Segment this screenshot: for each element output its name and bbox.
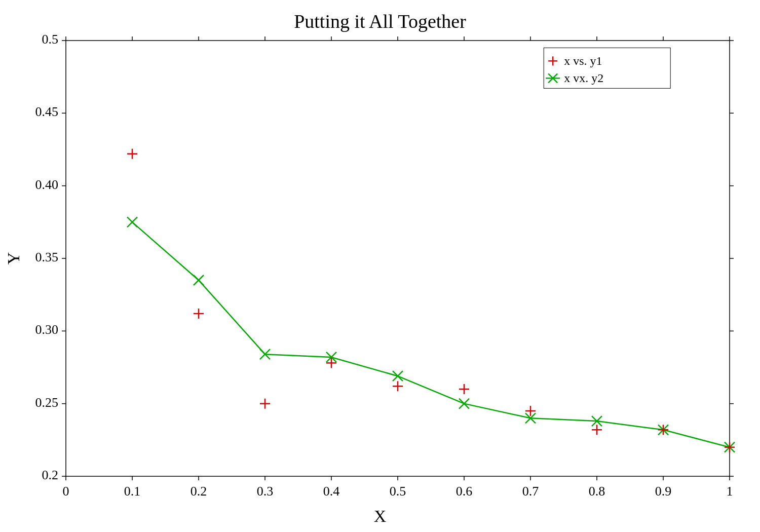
svg-text:0.3: 0.3 xyxy=(257,484,274,499)
svg-text:0.2: 0.2 xyxy=(42,468,59,482)
svg-text:0.5: 0.5 xyxy=(390,484,406,499)
svg-text:0.8: 0.8 xyxy=(589,484,605,499)
svg-text:0.2: 0.2 xyxy=(191,484,207,499)
svg-text:0.5: 0.5 xyxy=(42,32,59,47)
svg-text:0.30: 0.30 xyxy=(35,322,59,337)
svg-text:0: 0 xyxy=(63,484,69,499)
svg-text:0.1: 0.1 xyxy=(124,484,141,499)
svg-text:X: X xyxy=(374,507,387,525)
svg-text:0.25: 0.25 xyxy=(35,395,59,410)
svg-text:x vx. y2: x vx. y2 xyxy=(564,71,603,85)
svg-text:Y: Y xyxy=(4,252,23,265)
svg-text:0.7: 0.7 xyxy=(522,484,539,499)
chart-svg: 0.20.250.300.350.400.450.500.10.20.30.40… xyxy=(0,0,760,532)
svg-text:0.6: 0.6 xyxy=(456,484,473,499)
svg-text:1: 1 xyxy=(727,484,733,499)
svg-text:0.35: 0.35 xyxy=(35,250,59,264)
svg-rect-1 xyxy=(66,41,730,476)
chart-container: 0.20.250.300.350.400.450.500.10.20.30.40… xyxy=(0,0,760,532)
svg-text:0.40: 0.40 xyxy=(35,177,59,192)
svg-rect-99 xyxy=(544,48,670,88)
svg-text:0.45: 0.45 xyxy=(35,104,59,119)
svg-text:x vs. y1: x vs. y1 xyxy=(564,54,602,67)
svg-text:Putting it All Together: Putting it All Together xyxy=(294,11,466,32)
svg-text:0.4: 0.4 xyxy=(323,484,340,499)
svg-text:0.9: 0.9 xyxy=(655,484,672,499)
